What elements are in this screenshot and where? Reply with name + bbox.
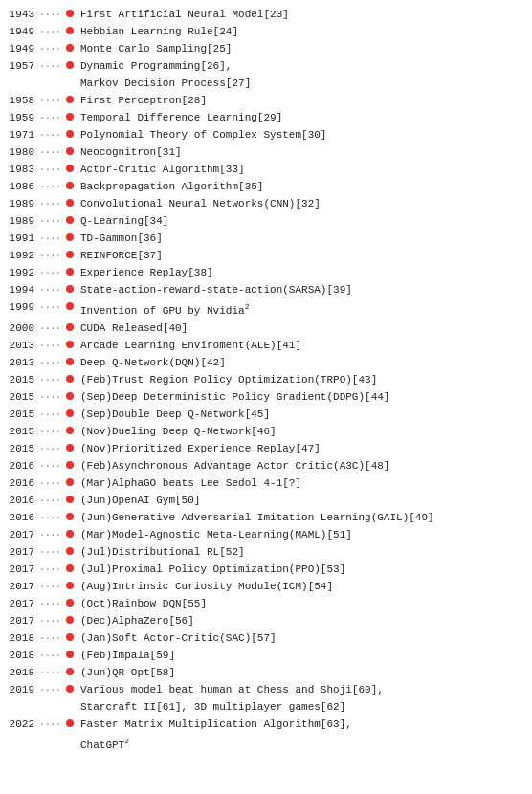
entry-dots: ···· <box>36 372 63 387</box>
entry-text: Arcade Learning Enviroment(ALE)[41] <box>77 338 532 353</box>
timeline-entry: 2013····Arcade Learning Enviroment(ALE)[… <box>0 337 532 354</box>
entry-bullet <box>66 302 74 310</box>
entry-bullet <box>66 427 74 434</box>
entry-year: 2017 <box>0 544 36 560</box>
timeline-entry: 2016····(Mar)AlphaGO beats Lee Sedol 4-1… <box>0 474 532 492</box>
entry-year: 1971 <box>0 127 36 143</box>
entry-text: Faster Matrix Multiplication Algorithm[6… <box>77 717 532 732</box>
timeline-entry: 2018····(Jun)QR-Opt[58] <box>0 664 532 681</box>
entry-year: 2000 <box>0 320 36 336</box>
continuation-text: ChatGPT2 <box>77 734 532 753</box>
entry-dots: ···· <box>36 355 63 370</box>
entry-dots: ···· <box>36 527 63 542</box>
timeline-entry: 2015····(Feb)Trust Region Policy Optimiz… <box>0 371 532 388</box>
entry-text: (Aug)Intrinsic Curiosity Module(ICM)[54] <box>77 579 532 594</box>
entry-bullet <box>66 147 74 155</box>
entry-bullet <box>66 216 74 224</box>
entry-dots: ···· <box>36 579 63 594</box>
entry-bullet <box>66 44 74 52</box>
entry-dots: ···· <box>36 407 63 422</box>
entry-bullet <box>66 599 74 607</box>
entry-year: 2015 <box>0 441 36 456</box>
timeline-entry: 1994····State-action-reward-state-action… <box>0 281 532 298</box>
entry-year: 2017 <box>0 527 36 542</box>
entry-year: 2013 <box>0 338 36 353</box>
entry-year: 2016 <box>0 475 36 491</box>
entry-year: 2017 <box>0 596 36 611</box>
entry-dots: ···· <box>36 613 63 629</box>
timeline-entry: 2018····(Feb)Impala[59] <box>0 647 532 664</box>
entry-dots: ···· <box>36 299 63 315</box>
entry-bullet <box>66 233 74 241</box>
timeline: 1943····First Artificial Neural Model[23… <box>0 0 532 762</box>
entry-bullet <box>66 530 74 538</box>
entry-text: (Feb)Trust Region Policy Optimization(TR… <box>77 372 532 387</box>
entry-dots: ···· <box>36 458 63 474</box>
entry-bullet <box>66 130 74 138</box>
entry-text: (Nov)Prioritized Experience Replay[47] <box>77 441 532 456</box>
entry-year: 1980 <box>0 144 36 160</box>
entry-bullet <box>66 461 74 469</box>
entry-text: Actor-Critic Algorithm[33] <box>77 162 532 177</box>
entry-year: 1949 <box>0 41 36 56</box>
entry-bullet <box>66 199 74 207</box>
continuation-text: Starcraft II[61], 3D multiplayer games[6… <box>77 699 532 715</box>
entry-dots: ···· <box>36 562 63 577</box>
entry-year: 1958 <box>0 93 36 108</box>
entry-text: (Oct)Rainbow DQN[55] <box>77 596 532 611</box>
entry-bullet <box>66 10 74 17</box>
entry-dots: ···· <box>36 265 63 280</box>
timeline-entry: 2017····(Jul)Proximal Policy Optimizatio… <box>0 561 532 578</box>
entry-year: 2015 <box>0 424 36 439</box>
entry-text: (Dec)AlphaZero[56] <box>77 613 532 629</box>
entry-year: 1943 <box>0 7 36 22</box>
entry-year: 1957 <box>0 58 36 74</box>
timeline-entry: 2015····(Nov)Dueling Deep Q-Network[46] <box>0 423 532 440</box>
entry-year: 2017 <box>0 579 36 594</box>
entry-text: (Jun)QR-Opt[58] <box>77 665 532 680</box>
entry-dots: ···· <box>36 162 63 177</box>
entry-text: Hebbian Learning Rule[24] <box>77 24 532 39</box>
entry-bullet <box>66 268 74 276</box>
entry-year: 2015 <box>0 407 36 422</box>
entry-dots: ···· <box>36 441 63 456</box>
entry-text: First Perceptron[28] <box>77 93 532 108</box>
timeline-entry: 2019····Various model beat human at Ches… <box>0 681 532 698</box>
entry-bullet <box>66 285 74 293</box>
timeline-entry: 1943····First Artificial Neural Model[23… <box>0 6 532 23</box>
entry-dots: ···· <box>36 58 63 74</box>
entry-dots: ···· <box>36 493 63 508</box>
entry-year: 2018 <box>0 665 36 680</box>
entry-bullet <box>66 564 74 572</box>
entry-dots: ···· <box>36 389 63 405</box>
entry-year: 1992 <box>0 265 36 280</box>
entry-dots: ···· <box>36 282 63 298</box>
entry-text: (Sep)Double Deep Q-Network[45] <box>77 407 532 422</box>
timeline-entry: 1957····Dynamic Programming[26], <box>0 57 532 75</box>
entry-dots: ···· <box>36 7 63 22</box>
entry-text: (Mar)AlphaGO beats Lee Sedol 4-1[?] <box>77 475 532 491</box>
timeline-continuation: Starcraft II[61], 3D multiplayer games[6… <box>0 698 532 716</box>
timeline-entry: 2016····(Jun)OpenAI Gym[50] <box>0 492 532 509</box>
timeline-entry: 1949····Hebbian Learning Rule[24] <box>0 23 532 40</box>
timeline-entry: 1971····Polynomial Theory of Complex Sys… <box>0 126 532 143</box>
entry-bullet <box>66 251 74 258</box>
entry-text: TD-Gammon[36] <box>77 231 532 246</box>
entry-dots: ···· <box>36 510 63 525</box>
timeline-entry: 2018····(Jan)Soft Actor-Critic(SAC)[57] <box>0 629 532 647</box>
timeline-entry: 1983····Actor-Critic Algorithm[33] <box>0 161 532 178</box>
entry-text: Experience Replay[38] <box>77 265 532 280</box>
entry-dots: ···· <box>36 144 63 160</box>
entry-bullet <box>66 409 74 417</box>
entry-text: Dynamic Programming[26], <box>77 58 532 74</box>
entry-year: 1992 <box>0 248 36 263</box>
timeline-entry: 2015····(Sep)Double Deep Q-Network[45] <box>0 406 532 423</box>
entry-year: 2018 <box>0 648 36 663</box>
entry-text: (Sep)Deep Deterministic Policy Gradient(… <box>77 389 532 405</box>
entry-dots: ···· <box>36 648 63 663</box>
entry-text: Polynomial Theory of Complex System[30] <box>77 127 532 143</box>
entry-text: Convolutional Neural Networks(CNN)[32] <box>77 196 532 211</box>
entry-dots: ···· <box>36 231 63 246</box>
entry-dots: ···· <box>36 24 63 39</box>
entry-dots: ···· <box>36 320 63 336</box>
